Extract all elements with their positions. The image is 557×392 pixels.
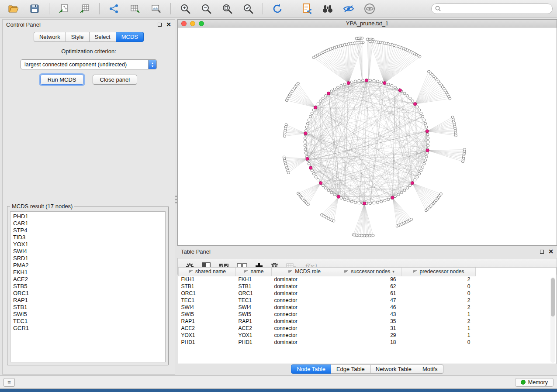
table-cell: RAP1 (179, 318, 236, 325)
result-list-item[interactable]: PHD1 (13, 213, 163, 220)
maximize-window-icon[interactable] (199, 21, 204, 26)
tab-motifs[interactable]: Motifs (417, 364, 443, 374)
mcds-result-list[interactable]: PHD1CAR1STP4TID3YOX1SWI4SRD1PMA2FKH1ACE2… (10, 211, 166, 362)
export-table-button[interactable] (126, 2, 144, 16)
table-scrollbar-thumb[interactable] (551, 278, 555, 316)
criterion-select[interactable]: largest connected component (undirected)… (21, 59, 157, 69)
float-panel-icon[interactable] (158, 23, 162, 27)
zoom-selected-button[interactable] (239, 2, 257, 16)
table-row[interactable]: FKH1FKH1dominator962 (179, 276, 557, 283)
result-list-item[interactable]: STB1 (13, 304, 163, 311)
close-table-panel-icon[interactable]: ✕ (548, 249, 554, 254)
control-panel-tabs: Network Style Select MCDS (3, 32, 175, 42)
table-cell: 1 (401, 325, 476, 332)
result-list-item[interactable]: PMA2 (13, 262, 163, 269)
result-list-item[interactable]: GCR1 (13, 325, 163, 332)
sort-icon (288, 269, 293, 274)
table-row[interactable]: YOX1YOX1connector291 (179, 332, 557, 339)
node-table: shared name name MCDS role successor nod… (178, 268, 556, 346)
result-list-item[interactable]: SRD1 (13, 255, 163, 262)
result-list-item[interactable]: STB5 (13, 283, 163, 290)
share-network-icon (109, 3, 119, 14)
import-table-file-button[interactable] (76, 2, 94, 16)
share-document-button[interactable] (298, 2, 316, 16)
table-cell: 46 (337, 304, 401, 311)
zoom-fit-button[interactable] (218, 2, 236, 16)
table-cell: 0 (401, 283, 476, 290)
toolbar-separator (263, 3, 263, 14)
table-cell: 0 (401, 290, 476, 297)
result-list-item[interactable]: RAP1 (13, 297, 163, 304)
table-scrollbar[interactable] (550, 277, 555, 363)
save-session-button[interactable] (25, 2, 44, 16)
table-row[interactable]: PHD1PHD1dominator180 (179, 339, 557, 346)
result-list-item[interactable]: YOX1 (13, 241, 163, 248)
table-row[interactable]: ORC1ORC1dominator610 (179, 290, 557, 297)
table-cell-filler (476, 339, 557, 346)
result-list-item[interactable]: ORC1 (13, 290, 163, 297)
tab-edge-table[interactable]: Edge Table (331, 364, 370, 374)
table-row[interactable]: ACE2ACE2connector311 (179, 325, 557, 332)
result-list-item[interactable]: TID3 (13, 234, 163, 241)
search-icon (435, 6, 441, 11)
task-history-button[interactable]: ≡ (3, 378, 15, 387)
open-session-button[interactable] (4, 2, 23, 16)
zoom-out-button[interactable] (197, 2, 215, 16)
hide-selected-button[interactable] (339, 2, 358, 16)
status-bar: ≡ Memory (0, 375, 557, 389)
tab-mcds[interactable]: MCDS (116, 32, 144, 42)
run-mcds-button[interactable]: Run MCDS (40, 75, 84, 85)
float-table-panel-icon[interactable] (540, 250, 544, 254)
tab-network[interactable]: Network (34, 32, 66, 42)
column-header-predecessor-nodes[interactable]: predecessor nodes (401, 268, 476, 276)
tab-node-table[interactable]: Node Table (291, 364, 331, 374)
result-list-item[interactable]: ACE2 (13, 276, 163, 283)
close-window-icon[interactable] (181, 21, 187, 26)
result-list-item[interactable]: SWI5 (13, 311, 163, 318)
result-list-item[interactable]: STP4 (13, 227, 163, 234)
tab-select[interactable]: Select (90, 32, 116, 42)
table-row[interactable]: SWI4SWI4dominator462 (179, 304, 557, 311)
search-box[interactable] (431, 3, 553, 14)
column-header-successor-nodes[interactable]: successor nodes▾ (337, 268, 401, 276)
minimize-window-icon[interactable] (190, 21, 195, 26)
table-cell: ORC1 (236, 290, 272, 297)
zoom-in-icon (180, 3, 191, 14)
table-cell: 18 (337, 339, 401, 346)
column-header-mcds-role[interactable]: MCDS role (272, 268, 337, 276)
table-row[interactable]: STB1STB1dominator620 (179, 283, 557, 290)
app-window: Control Panel ✕ Network Style Select MCD… (0, 0, 557, 389)
result-list-item[interactable]: TEC1 (13, 318, 163, 325)
table-cell: 61 (337, 290, 401, 297)
result-list-item[interactable]: CAR1 (13, 220, 163, 227)
combo-stepper-icon: ▲▼ (148, 60, 156, 69)
result-list-item[interactable]: FKH1 (13, 269, 163, 276)
table-cell: 31 (337, 325, 401, 332)
search-network-button[interactable] (318, 2, 337, 16)
zoom-in-button[interactable] (176, 2, 194, 16)
table-row[interactable]: SWI5SWI5connector431 (179, 311, 557, 318)
result-list-item[interactable]: SWI4 (13, 248, 163, 255)
import-network-file-button[interactable] (55, 2, 73, 16)
column-header-name[interactable]: name (236, 268, 272, 276)
export-image-button[interactable] (147, 2, 165, 16)
table-cell: FKH1 (236, 276, 272, 283)
close-panel-icon[interactable]: ✕ (166, 22, 171, 27)
close-panel-button[interactable]: Close panel (93, 75, 138, 85)
tab-network-table[interactable]: Network Table (370, 364, 417, 374)
apply-layout-button[interactable] (268, 2, 287, 16)
column-header-shared-name[interactable]: shared name (179, 268, 236, 276)
network-canvas[interactable] (178, 28, 557, 245)
share-document-icon (301, 3, 312, 14)
table-cell: 62 (337, 283, 401, 290)
tab-style[interactable]: Style (66, 32, 90, 42)
search-input[interactable] (443, 6, 549, 12)
eye-slash-icon (343, 4, 355, 13)
table-row[interactable]: TEC1TEC1connector472 (179, 297, 557, 304)
show-all-button[interactable] (360, 2, 379, 16)
control-panel-title: Control Panel (6, 21, 41, 28)
table-panel: Table Panel ✕ (177, 247, 557, 375)
export-network-button[interactable] (105, 2, 123, 16)
memory-button[interactable]: Memory (515, 378, 554, 387)
table-row[interactable]: RAP1RAP1dominator352 (179, 318, 557, 325)
